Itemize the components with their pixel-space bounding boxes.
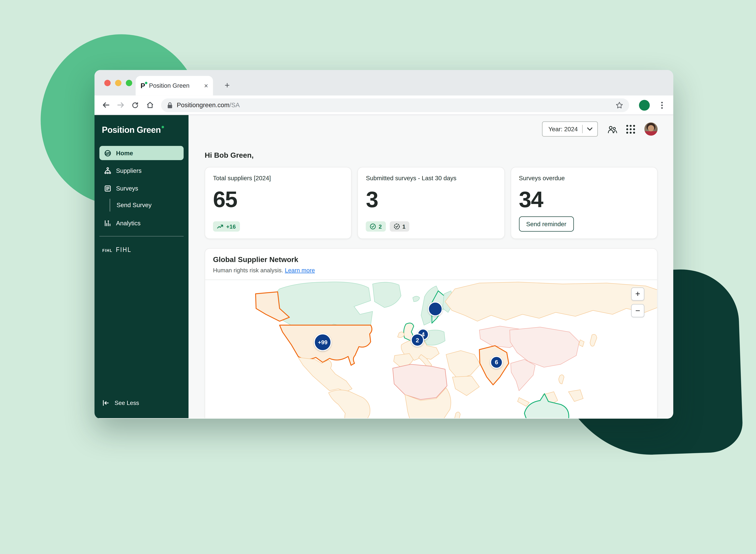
region-australia [524, 394, 569, 418]
organization-name: FIHL [116, 246, 131, 254]
sidebar-item-analytics[interactable]: Analytics [99, 216, 184, 230]
card-total-suppliers: Total suppliers [2024] 65 +16 [205, 167, 352, 239]
trend-badge: +16 [213, 221, 240, 232]
logo-green-dot [162, 126, 164, 128]
collapse-sidebar-button[interactable]: See Less [95, 399, 188, 418]
card-value: 34 [519, 188, 649, 211]
home-icon[interactable] [143, 99, 156, 111]
global-supplier-network-card: Global Supplier Network Human rights ris… [205, 248, 657, 418]
region-madagascar [454, 412, 460, 418]
region-philippines [559, 375, 564, 384]
new-tab-button[interactable]: + [221, 79, 233, 92]
forward-icon[interactable] [114, 99, 127, 111]
chevron-down-icon [587, 127, 592, 131]
content-topbar: Year: 2024 [205, 121, 657, 136]
region-south-america [329, 390, 370, 418]
region-new-guinea [569, 390, 583, 402]
url-text: Positiongreen.com/SA [177, 101, 240, 109]
globe-icon [104, 149, 112, 157]
bookmark-star-icon[interactable] [616, 101, 623, 109]
reload-icon[interactable] [129, 99, 141, 111]
card-title: Submitted surveys - Last 30 days [366, 175, 496, 181]
region-north-africa [393, 364, 447, 399]
dashed-circle-check-icon [394, 223, 400, 230]
sidebar-nav: Home Suppliers Surveys Send Survey [95, 146, 188, 236]
zoom-out-button[interactable]: − [631, 304, 644, 317]
back-icon[interactable] [99, 99, 112, 111]
organization-tag: FIHL [102, 248, 113, 253]
sidebar-item-suppliers[interactable]: Suppliers [99, 164, 184, 178]
card-title: Total suppliers [2024] [213, 175, 343, 181]
window-controls [104, 80, 132, 86]
suppliers-hierarchy-icon [104, 167, 112, 175]
region-sumatra [518, 398, 529, 406]
sidebar-item-label: Surveys [116, 185, 138, 191]
world-map-svg [205, 280, 657, 418]
map-marker-sweden[interactable] [428, 301, 443, 316]
favicon-green-dot [145, 82, 148, 84]
browser-tabstrip: P Position Green × + [95, 70, 673, 96]
region-russia [445, 282, 657, 321]
browser-menu-icon[interactable] [656, 99, 668, 111]
sidebar-item-home[interactable]: Home [99, 146, 184, 160]
kpi-cards-row: Total suppliers [2024] 65 +16 Submitted … [205, 167, 657, 239]
fullscreen-window-button[interactable] [126, 80, 132, 86]
main-content: Year: 2024 Hi Bob Green, Total [188, 115, 673, 418]
card-surveys-overdue: Surveys overdue 34 Send reminder [511, 167, 657, 239]
position-green-logo: Position Green [95, 115, 188, 146]
send-reminder-button[interactable]: Send reminder [519, 216, 574, 231]
year-dropdown-label: Year: 2024 [548, 126, 578, 132]
world-map[interactable]: +99 4 2 6 + − [205, 280, 657, 418]
browser-window: P Position Green × + Positiongreen.com/ [95, 70, 673, 419]
card-value: 3 [366, 188, 496, 211]
map-zoom-controls: + − [631, 287, 644, 317]
sidebar-item-label: Suppliers [116, 167, 141, 174]
region-indochina [511, 359, 535, 391]
map-card-subtitle: Human rights risk analysis. Learn more [213, 267, 649, 274]
sidebar-item-label: Home [116, 150, 133, 156]
card-title: Surveys overdue [519, 175, 649, 181]
see-less-label: See Less [115, 399, 139, 406]
dropdown-divider [582, 125, 583, 133]
pending-badge: 1 [390, 221, 409, 232]
close-window-button[interactable] [104, 80, 111, 86]
tab-title: Position Green [149, 82, 200, 89]
browser-tab[interactable]: P Position Green × [136, 76, 213, 96]
region-greenland [372, 282, 401, 308]
map-marker-spain[interactable]: 2 [411, 333, 424, 346]
sidebar-item-label: Send Survey [117, 202, 152, 209]
region-ireland [398, 332, 404, 338]
sidebar-item-surveys[interactable]: Surveys [99, 181, 184, 196]
region-korea [579, 340, 584, 346]
region-japan [590, 334, 597, 346]
year-dropdown[interactable]: Year: 2024 [542, 121, 598, 136]
region-iceland [413, 296, 420, 301]
region-middle-east [446, 351, 480, 379]
analytics-bars-icon [104, 219, 112, 227]
close-tab-icon[interactable]: × [204, 82, 208, 89]
trending-up-icon [217, 224, 224, 229]
marketing-backdrop: P Position Green × + Positiongreen.com/ [0, 0, 756, 481]
supplier-network-icon[interactable] [606, 124, 617, 134]
organization-row[interactable]: FIHL FIHL [95, 236, 188, 263]
approved-badge: 2 [366, 221, 386, 232]
sidebar-item-send-survey[interactable]: Send Survey [110, 199, 184, 212]
minimize-window-button[interactable] [115, 80, 121, 86]
collapse-arrow-icon [102, 399, 110, 406]
map-marker-india[interactable]: 6 [490, 356, 503, 369]
sidebar: Position Green Home Suppliers Surveys [95, 115, 188, 418]
map-card-header: Global Supplier Network Human rights ris… [205, 249, 657, 280]
browser-profile-avatar[interactable] [639, 100, 650, 110]
app-root: Position Green Home Suppliers Surveys [95, 115, 673, 418]
learn-more-link[interactable]: Learn more [285, 267, 315, 274]
map-marker-united-states[interactable]: +99 [314, 333, 332, 351]
url-bar[interactable]: Positiongreen.com/SA [161, 98, 629, 112]
lock-icon [167, 102, 173, 108]
apps-grid-icon[interactable] [626, 124, 636, 134]
survey-document-icon [104, 184, 112, 192]
sidebar-subnav: Send Survey [99, 199, 184, 212]
user-avatar[interactable] [644, 122, 657, 135]
browser-toolbar: Positiongreen.com/SA [95, 96, 673, 115]
zoom-in-button[interactable]: + [631, 287, 644, 300]
sidebar-item-label: Analytics [116, 220, 140, 226]
